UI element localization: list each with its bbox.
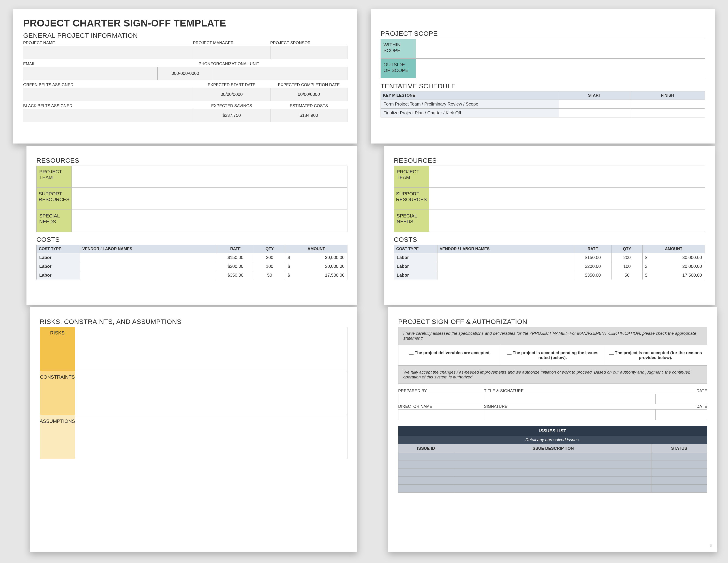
- signoff-intro-text: I have carefully assessed the specificat…: [403, 331, 696, 341]
- label-special-needs: SPECIAL NEEDS: [36, 210, 72, 232]
- label-est-costs: ESTIMATED COSTS: [270, 103, 347, 108]
- field-phone[interactable]: 000-000-0000: [158, 67, 213, 80]
- signoff-accept-text: We fully accept the changes / as-needed …: [403, 370, 690, 379]
- schedule-row: Form Project Team / Preliminary Review /…: [381, 100, 705, 109]
- signoff-opt-pending[interactable]: __ The project is accepted pending the i…: [507, 351, 599, 360]
- section-signoff: PROJECT SIGN-OFF & AUTHORIZATION: [398, 318, 707, 326]
- field-email[interactable]: [23, 67, 158, 80]
- schedule-table: KEY MILESTONE START FINISH Form Project …: [381, 91, 705, 117]
- cost-vendor[interactable]: [80, 262, 217, 271]
- field-project-team[interactable]: [72, 165, 347, 188]
- label-exp-completion: EXPECTED COMPLETION DATE: [270, 83, 347, 87]
- field-risks[interactable]: [75, 327, 347, 371]
- issue-row[interactable]: [398, 485, 707, 493]
- cost-amount: 30,000.00: [682, 255, 702, 260]
- field-green-belts[interactable]: [23, 88, 193, 101]
- label-date: DATE: [656, 404, 707, 409]
- cost-row: Labor $350.00 50 $17,500.00: [37, 271, 347, 280]
- costs-table: COST TYPE VENDOR / LABOR NAMES RATE QTY …: [394, 244, 705, 279]
- cost-vendor[interactable]: [437, 253, 574, 262]
- label-support-resources: SUPPORT RESOURCES: [36, 188, 72, 210]
- signoff-opt-rejected[interactable]: __ The project is not accepted (for the …: [609, 351, 702, 360]
- section-costs: COSTS: [36, 236, 347, 243]
- field-director[interactable]: [398, 409, 484, 420]
- cost-vendor[interactable]: [437, 262, 574, 271]
- field-special-needs[interactable]: [72, 210, 347, 232]
- issue-row[interactable]: [398, 453, 707, 461]
- label-org-unit: ORGANIZATIONAL UNIT: [213, 62, 347, 66]
- field-support-resources[interactable]: [429, 188, 705, 210]
- field-outside-scope[interactable]: [416, 58, 705, 78]
- field-within-scope[interactable]: [416, 39, 705, 58]
- label-assumptions: ASSUMPTIONS: [40, 415, 75, 459]
- cost-vendor[interactable]: [80, 253, 217, 262]
- field-special-needs[interactable]: [429, 210, 705, 232]
- label-email: EMAIL: [23, 62, 158, 66]
- field-title-sig[interactable]: [484, 394, 656, 404]
- milestone-cell: Finalize Project Plan / Charter / Kick O…: [381, 109, 559, 117]
- section-schedule: TENTATIVE SCHEDULE: [381, 82, 705, 90]
- field-project-manager[interactable]: [193, 46, 270, 59]
- th-issue-status: STATUS: [651, 444, 707, 453]
- page-number: 6: [709, 543, 712, 548]
- field-black-belts[interactable]: [23, 109, 193, 122]
- start-cell[interactable]: [559, 109, 630, 117]
- field-assumptions[interactable]: [75, 415, 347, 459]
- field-constraints[interactable]: [75, 371, 347, 415]
- field-project-sponsor[interactable]: [270, 46, 347, 59]
- cost-vendor[interactable]: [80, 271, 217, 280]
- field-date-1[interactable]: [656, 394, 707, 404]
- issue-row[interactable]: [398, 461, 707, 469]
- cost-row: Labor $350.00 50 $17,500.00: [394, 271, 705, 280]
- schedule-row: Finalize Project Plan / Charter / Kick O…: [381, 109, 705, 117]
- section-scope: PROJECT SCOPE: [381, 30, 705, 37]
- field-prepared-by[interactable]: [398, 394, 484, 404]
- cost-rate: $150.00: [217, 253, 254, 262]
- cost-qty: 50: [254, 271, 285, 280]
- cost-qty: 100: [612, 262, 643, 271]
- th-rate: RATE: [217, 245, 254, 253]
- label-project-team: PROJECT TEAM: [394, 165, 429, 188]
- th-finish: FINISH: [630, 91, 705, 100]
- cost-rate: $350.00: [217, 271, 254, 280]
- finish-cell[interactable]: [630, 109, 705, 117]
- field-support-resources[interactable]: [72, 188, 347, 210]
- milestone-cell: Form Project Team / Preliminary Review /…: [381, 100, 559, 109]
- th-rate: RATE: [574, 245, 612, 253]
- cost-vendor[interactable]: [437, 271, 574, 280]
- field-exp-start[interactable]: 00/00/0000: [193, 88, 270, 101]
- th-qty: QTY: [612, 245, 643, 253]
- finish-cell[interactable]: [630, 100, 705, 109]
- field-org-unit[interactable]: [213, 67, 347, 80]
- issue-row[interactable]: [398, 469, 707, 477]
- field-exp-savings[interactable]: $237,750: [193, 109, 270, 122]
- cost-amount: 17,500.00: [682, 273, 702, 278]
- issue-row[interactable]: [398, 477, 707, 485]
- th-vendor: VENDOR / LABOR NAMES: [80, 245, 217, 253]
- field-project-team[interactable]: [429, 165, 705, 188]
- label-exp-start: EXPECTED START DATE: [193, 83, 270, 87]
- cost-type: Labor: [394, 271, 437, 280]
- start-cell[interactable]: [559, 100, 630, 109]
- issues-table: ISSUE ID ISSUE DESCRIPTION STATUS: [398, 444, 707, 493]
- field-date-2[interactable]: [656, 409, 707, 420]
- cost-amount: 20,000.00: [682, 264, 702, 269]
- signoff-opt-accepted[interactable]: __ The project deliverables are accepted…: [409, 351, 491, 355]
- field-est-costs[interactable]: $184,900: [270, 109, 347, 122]
- field-project-name[interactable]: [23, 46, 193, 59]
- label-project-manager: PROJECT MANAGER: [193, 41, 270, 45]
- field-exp-completion[interactable]: 00/00/0000: [270, 88, 347, 101]
- signoff-options: __ The project deliverables are accepted…: [398, 345, 707, 366]
- label-outside-scope: OUTSIDE OF SCOPE: [381, 58, 416, 78]
- cost-qty: 100: [254, 262, 285, 271]
- cost-qty: 200: [612, 253, 643, 262]
- label-date: DATE: [656, 389, 707, 393]
- label-project-team: PROJECT TEAM: [36, 165, 72, 188]
- signoff-accept: We fully accept the changes / as-needed …: [398, 366, 707, 384]
- cost-rate: $200.00: [217, 262, 254, 271]
- field-signature[interactable]: [484, 409, 656, 420]
- label-signature: SIGNATURE: [484, 404, 656, 409]
- cost-qty: 50: [612, 271, 643, 280]
- cost-row: Labor $200.00 100 $20,000.00: [394, 262, 705, 271]
- label-project-sponsor: PROJECT SPONSOR: [270, 41, 347, 45]
